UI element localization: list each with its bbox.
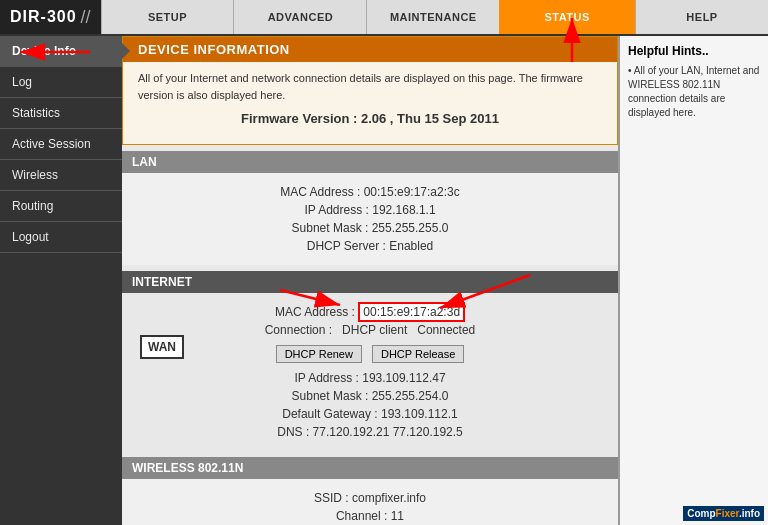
sidebar-item-active-session[interactable]: Active Session — [0, 129, 122, 160]
lan-content: MAC Address : 00:15:e9:17:a2:3c IP Addre… — [122, 173, 618, 265]
dhcp-release-button[interactable]: DHCP Release — [372, 345, 464, 363]
wireless-content: SSID : compfixer.info Channel : 11 Encry… — [122, 479, 618, 525]
wireless-ssid-row: SSID : compfixer.info — [142, 489, 598, 507]
lan-section: LAN MAC Address : 00:15:e9:17:a2:3c IP A… — [122, 151, 618, 265]
sidebar-item-statistics[interactable]: Statistics — [0, 98, 122, 129]
lan-ip-row: IP Address : 192.168.1.1 — [142, 201, 598, 219]
sidebar: Device Info Log Statistics Active Sessio… — [0, 36, 122, 525]
sidebar-item-device-info[interactable]: Device Info — [0, 36, 122, 67]
dhcp-renew-button[interactable]: DHCP Renew — [276, 345, 362, 363]
device-info-header: DEVICE INFORMATION — [123, 37, 617, 62]
internet-dns-row: DNS : 77.120.192.21 77.120.192.5 — [142, 423, 598, 441]
internet-ip-row: IP Address : 193.109.112.47 — [142, 369, 598, 387]
sidebar-item-log[interactable]: Log — [0, 67, 122, 98]
hints-panel: Helpful Hints.. • All of your LAN, Inter… — [618, 36, 768, 525]
logo: DIR-300 // — [0, 0, 101, 34]
tab-maintenance[interactable]: MAINTENANCE — [366, 0, 499, 34]
nav-tabs: SETUP ADVANCED MAINTENANCE STATUS HELP — [101, 0, 768, 34]
tab-setup[interactable]: SETUP — [101, 0, 234, 34]
sidebar-arrow — [122, 43, 130, 59]
lan-header: LAN — [122, 151, 618, 173]
logo-model: DIR-300 — [10, 8, 77, 26]
hints-title: Helpful Hints.. — [628, 44, 760, 58]
device-info-section: DEVICE INFORMATION All of your Internet … — [122, 36, 618, 145]
compfixer-watermark: CompFixer.info — [683, 506, 764, 521]
internet-subnet-row: Subnet Mask : 255.255.254.0 — [142, 387, 598, 405]
internet-mac-row: MAC Address : 00:15:e9:17:a2:3d — [142, 303, 598, 321]
lan-dhcp-row: DHCP Server : Enabled — [142, 237, 598, 255]
lan-mac-row: MAC Address : 00:15:e9:17:a2:3c — [142, 183, 598, 201]
internet-header: INTERNET — [122, 271, 618, 293]
tab-advanced[interactable]: ADVANCED — [233, 0, 366, 34]
wireless-section: WIRELESS 802.11N SSID : compfixer.info C… — [122, 457, 618, 525]
wan-badge: WAN — [140, 335, 184, 359]
internet-gateway-row: Default Gateway : 193.109.112.1 — [142, 405, 598, 423]
wireless-header: WIRELESS 802.11N — [122, 457, 618, 479]
internet-connection-row: Connection : DHCP client Connected — [142, 321, 598, 339]
sidebar-item-wireless[interactable]: Wireless — [0, 160, 122, 191]
content-area: DEVICE INFORMATION All of your Internet … — [122, 36, 618, 525]
device-info-description: All of your Internet and network connect… — [138, 70, 602, 103]
sidebar-item-logout[interactable]: Logout — [0, 222, 122, 253]
internet-section: INTERNET WAN MAC Address : 00:15:e9:17:a… — [122, 271, 618, 451]
internet-content: WAN MAC Address : 00:15:e9:17:a2:3d Conn… — [122, 293, 618, 451]
tab-status[interactable]: STATUS — [499, 0, 635, 34]
logo-slash: // — [81, 7, 91, 28]
internet-mac-value: 00:15:e9:17:a2:3d — [358, 302, 465, 322]
firmware-version: Firmware Version : 2.06 , Thu 15 Sep 201… — [138, 111, 602, 126]
lan-subnet-row: Subnet Mask : 255.255.255.0 — [142, 219, 598, 237]
tab-help[interactable]: HELP — [635, 0, 768, 34]
wireless-channel-row: Channel : 11 — [142, 507, 598, 525]
internet-button-row: DHCP Renew DHCP Release — [142, 343, 598, 365]
sidebar-item-routing[interactable]: Routing — [0, 191, 122, 222]
hints-text: • All of your LAN, Internet and WIRELESS… — [628, 64, 760, 120]
